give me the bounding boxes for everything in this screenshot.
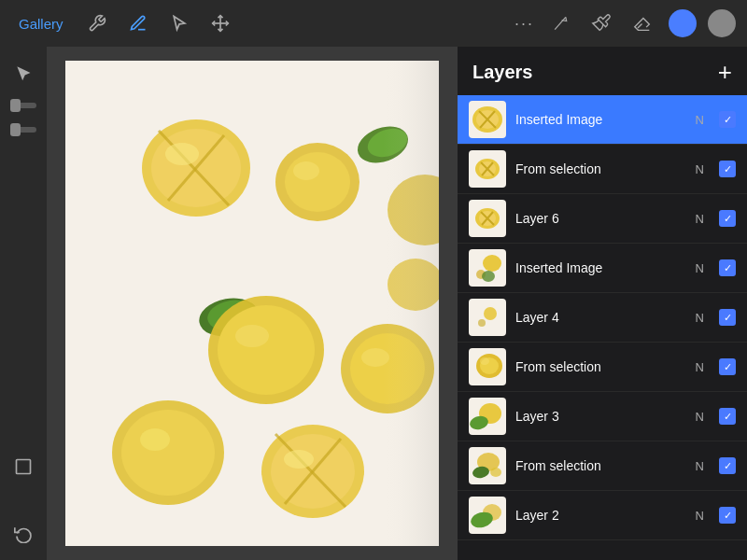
layer-name: Layer 4 [515,310,686,325]
svg-point-58 [490,468,501,477]
layer-row[interactable]: Inserted ImageN [458,95,747,145]
layer-row[interactable]: Layer 6N [458,194,747,244]
canvas-area[interactable] [47,47,458,560]
wrench-icon[interactable] [82,8,112,38]
layer-blend-mode: N [696,212,704,226]
svg-point-28 [284,450,314,469]
square-tool[interactable] [7,450,40,483]
layers-list: Inserted ImageNFrom selectionNLayer 6NIn… [458,95,747,540]
svg-rect-33 [383,61,439,546]
layer-blend-mode: N [696,360,704,374]
layer-row[interactable]: From selectionN [458,343,747,392]
svg-rect-3 [17,460,31,474]
svg-point-13 [285,152,350,212]
svg-line-2 [555,17,566,29]
layer-row[interactable]: Layer 3N [458,392,747,441]
layer-name: From selection [515,161,686,176]
layer-name: From selection [515,458,686,473]
layer-visibility-checkbox[interactable] [719,161,736,177]
layer-thumbnail [469,398,506,435]
layer-visibility-checkbox[interactable] [719,111,736,128]
layers-add-button[interactable]: + [718,60,732,84]
selection-icon[interactable] [164,8,194,38]
layer-thumbnail [469,348,506,385]
svg-point-19 [218,305,315,395]
drawing-canvas[interactable] [65,61,439,546]
sidebar-cursor-tool[interactable] [7,56,40,90]
svg-point-20 [235,325,269,347]
layer-visibility-checkbox[interactable] [719,408,736,425]
svg-point-48 [482,271,495,282]
modify-icon[interactable] [123,8,153,38]
svg-point-53 [480,357,489,365]
layer-thumbnail [469,299,506,336]
svg-point-49 [484,307,497,320]
brush-opacity-slider[interactable] [10,127,36,133]
svg-point-22 [121,410,215,496]
gallery-button[interactable]: Gallery [11,12,71,35]
layers-title: Layers [472,62,533,83]
layer-blend-mode: N [696,410,704,424]
eraser-tool-icon[interactable] [627,8,657,38]
layer-blend-mode: N [696,509,704,523]
brush-tool-icon[interactable] [586,8,616,38]
layer-blend-mode: N [696,311,704,325]
layers-panel: Layers + Inserted ImageNFrom selectionNL… [458,47,747,560]
layer-blend-mode: N [696,261,704,275]
svg-point-50 [478,319,486,327]
layer-name: Inserted Image [515,112,686,127]
layer-row[interactable]: From selectionN [458,145,747,194]
layer-visibility-checkbox[interactable] [719,210,736,227]
color-swatch[interactable] [669,9,697,37]
layer-name: Layer 3 [515,409,686,424]
top-toolbar: Gallery ··· [0,0,747,47]
layer-visibility-checkbox[interactable] [719,259,736,276]
layer-thumbnail [469,150,506,188]
left-sidebar [0,47,47,560]
undo-tool[interactable] [7,517,40,551]
layer-thumbnail [469,447,506,484]
layer-row[interactable]: Layer 2N [458,491,747,540]
layer-visibility-checkbox[interactable] [719,507,736,524]
layer-name: Inserted Image [515,260,686,275]
layer-row[interactable]: Inserted ImageN [458,244,747,293]
user-avatar[interactable] [708,9,736,37]
svg-point-9 [165,143,199,165]
layer-thumbnail [469,101,506,138]
layer-thumbnail [469,200,506,237]
pen-tool-icon[interactable] [545,8,575,38]
svg-point-23 [140,428,170,451]
layer-visibility-checkbox[interactable] [719,457,736,474]
transform-icon[interactable] [205,8,235,38]
brush-size-slider[interactable] [10,103,36,108]
layer-blend-mode: N [696,113,704,127]
layer-row[interactable]: From selectionN [458,441,747,491]
layers-header: Layers + [458,47,747,95]
svg-point-14 [293,161,319,180]
layer-name: Layer 2 [515,508,686,523]
layer-thumbnail [469,249,506,287]
layer-visibility-checkbox[interactable] [719,358,736,375]
layer-thumbnail [469,497,506,534]
layer-blend-mode: N [696,459,704,473]
more-options-icon[interactable]: ··· [514,14,534,34]
layer-visibility-checkbox[interactable] [719,309,736,326]
layer-name: Layer 6 [515,211,686,226]
layer-blend-mode: N [696,162,704,176]
layer-name: From selection [515,359,686,374]
svg-point-46 [483,255,501,272]
layer-row[interactable]: Layer 4N [458,293,747,343]
